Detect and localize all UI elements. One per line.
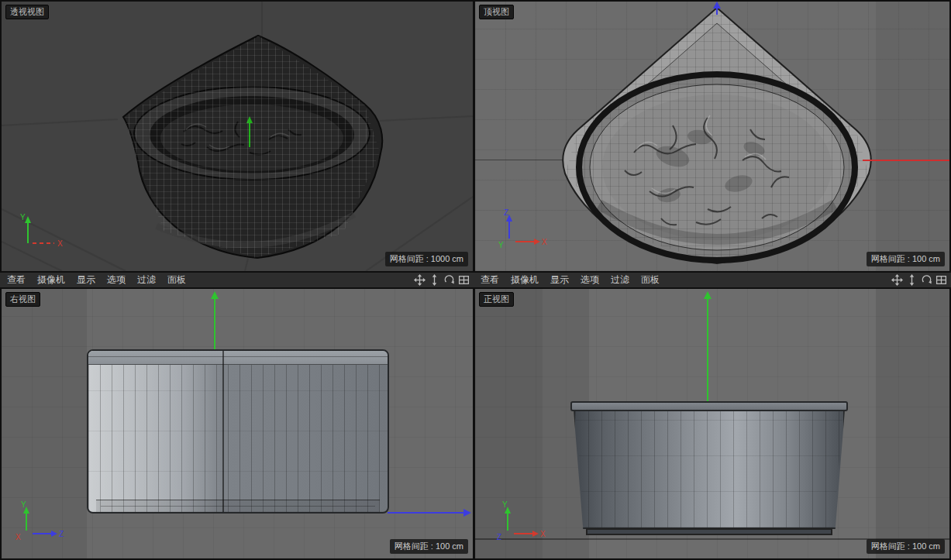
x-axis-label: X: [542, 238, 547, 246]
rotate-icon[interactable]: [443, 274, 455, 286]
world-y-axis-line: [707, 298, 708, 401]
world-y-axis-line: [214, 298, 215, 349]
tub-rim-band: [88, 351, 388, 365]
toggle-view-icon[interactable]: [935, 274, 947, 286]
grid-shade-band: [876, 289, 949, 558]
z-axis-label: Z: [504, 208, 508, 217]
y-axis-label: Y: [20, 213, 26, 222]
world-z-axis-line: [388, 512, 465, 514]
wireframe-mesh-overlay: [575, 411, 843, 527]
grid-spacing-badge-front: 网格间距 : 100 cm: [867, 539, 945, 554]
dolly-icon[interactable]: [429, 274, 440, 286]
world-z-axis-arrowhead: [713, 2, 721, 9]
world-z-axis-arrowhead: [463, 509, 471, 517]
y-axis-label: Y: [502, 500, 508, 509]
z-axis-label: Z: [59, 530, 64, 538]
axis-gizmo-perspective: Y X: [16, 209, 70, 256]
x-axis-arrowhead: [532, 531, 539, 537]
viewport-label-right: 右视图: [5, 292, 40, 307]
viewport-label-front: 正视图: [479, 292, 514, 307]
viewport-menubar-right: 查看 摄像机 显示 选项 过滤 面板: [474, 272, 951, 288]
viewport-nav-icons: [891, 274, 951, 286]
menu-item-filter[interactable]: 过滤: [611, 273, 629, 287]
pan-icon[interactable]: [414, 274, 426, 286]
c4d-four-view-layout: Y X 透视视图 网格间距 : 1000 cm: [0, 0, 951, 560]
viewport-right[interactable]: Y Z X 右视图 网格间距 : 100 cm: [2, 289, 473, 558]
menu-item-view[interactable]: 查看: [481, 273, 499, 287]
menu-items: 查看 摄像机 显示 选项 过滤 面板: [0, 273, 186, 287]
near-wall-edge: [222, 351, 224, 512]
menu-item-display[interactable]: 显示: [77, 273, 95, 287]
menu-item-options[interactable]: 选项: [107, 273, 126, 287]
tub-rim-line: [88, 356, 388, 357]
bathtub-side-view[interactable]: [87, 349, 389, 514]
world-y-axis-arrowhead: [704, 291, 712, 299]
z-axis-arrowhead: [51, 531, 57, 537]
rotate-icon[interactable]: [921, 274, 932, 286]
axis-gizmo-right-view: Y Z X: [14, 500, 68, 546]
world-z-axis-stem: [716, 8, 718, 15]
axis-gizmo-front-view: Y X Z: [495, 500, 550, 546]
viewport-perspective[interactable]: Y X 透视视图 网格间距 : 1000 cm: [2, 2, 473, 271]
menu-item-view[interactable]: 查看: [7, 273, 26, 287]
menu-item-options[interactable]: 选项: [581, 273, 599, 287]
tub-rim-band: [570, 401, 848, 411]
viewport-top[interactable]: Z X Y 顶视图 网格间距 : 100 cm: [475, 2, 949, 271]
x-axis-label: X: [57, 239, 63, 248]
viewport-label-top: 顶视图: [479, 5, 514, 19]
tub-foot-line: [101, 506, 375, 507]
dolly-icon[interactable]: [906, 274, 918, 286]
menu-item-panel[interactable]: 面板: [641, 273, 660, 287]
world-x-axis-line-red: [863, 160, 949, 161]
menu-items: 查看 摄像机 显示 选项 过滤 面板: [474, 273, 660, 287]
y-axis-label: Y: [21, 500, 26, 509]
menu-item-camera[interactable]: 摄像机: [37, 273, 65, 287]
x-axis-arrowhead: [534, 239, 540, 245]
world-y-axis-arrowhead: [211, 291, 219, 299]
x-axis-label: X: [540, 530, 546, 538]
grid-spacing-badge-right: 网格间距 : 100 cm: [390, 539, 468, 554]
wireframe-mesh-overlay: [88, 351, 388, 512]
menu-item-display[interactable]: 显示: [550, 273, 569, 287]
y-axis-arrowhead: [25, 216, 31, 223]
menu-item-panel[interactable]: 面板: [167, 273, 186, 287]
x-axis-label: X: [16, 533, 21, 541]
tub-foot-band: [586, 528, 832, 535]
toggle-view-icon[interactable]: [458, 274, 470, 286]
axis-gizmo-top: Z X Y: [497, 208, 551, 254]
viewport-menubar-left: 查看 摄像机 显示 选项 过滤 面板: [0, 272, 474, 288]
menu-item-filter[interactable]: 过滤: [137, 273, 156, 287]
grid-spacing-badge-top: 网格间距 : 100 cm: [867, 252, 945, 266]
pan-icon[interactable]: [891, 274, 903, 286]
menu-item-camera[interactable]: 摄像机: [511, 273, 539, 287]
viewport-nav-icons: [414, 274, 474, 286]
viewport-front[interactable]: Y X Z 正视图 网格间距 : 100 cm: [475, 289, 949, 558]
bathtub-front-view[interactable]: [574, 401, 845, 535]
viewport-label-perspective: 透视视图: [5, 5, 49, 19]
grid-spacing-badge-perspective: 网格间距 : 1000 cm: [385, 252, 468, 266]
y-axis-label: Y: [498, 241, 504, 249]
z-axis-label: Z: [497, 533, 501, 541]
